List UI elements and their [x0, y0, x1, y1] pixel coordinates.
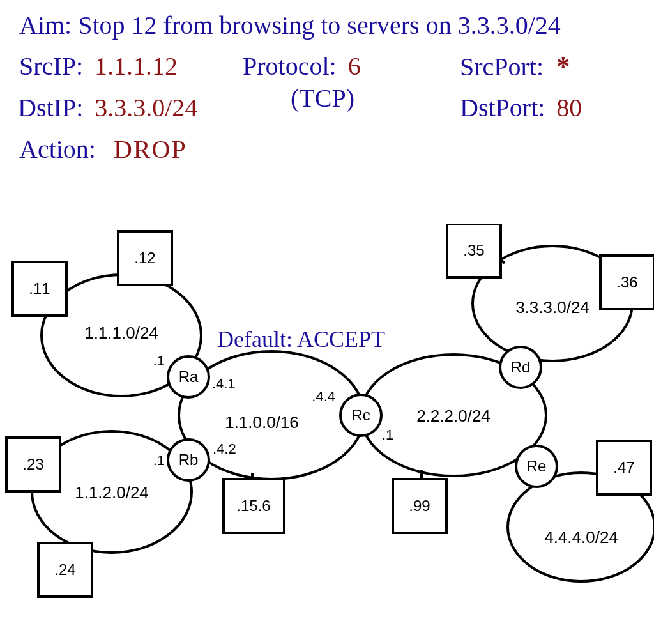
protocol-field: Protocol: 6: [243, 51, 361, 81]
dstip-value: 3.3.3.0/24: [95, 93, 197, 122]
host-36-label: .36: [616, 273, 637, 291]
subnet-core-label: 1.1.0.0/16: [225, 413, 299, 432]
iface-rb-left: .1: [153, 452, 165, 468]
dstport-label: DstPort:: [460, 93, 545, 122]
dstip-field: DstIP: 3.3.3.0/24: [18, 93, 197, 123]
srcport-value: *: [556, 52, 570, 81]
iface-ra-right: .4.1: [212, 376, 236, 392]
host-12-label: .12: [134, 249, 155, 266]
subnet-1-1-1-label: 1.1.1.0/24: [84, 323, 158, 342]
action-label: Action:: [19, 135, 96, 164]
srcport-field: SrcPort: *: [460, 51, 570, 82]
host-23-label: .23: [22, 456, 43, 473]
iface-rb-right: .4.2: [213, 441, 236, 457]
router-rb-label: Rb: [179, 451, 199, 468]
host-24-label: .24: [54, 561, 75, 578]
aim-label: Aim:: [19, 11, 72, 40]
iface-rc-right: .1: [382, 427, 393, 443]
host-47-label: .47: [613, 459, 634, 476]
subnet-2-2-2-label: 2.2.2.0/24: [416, 406, 490, 425]
host-11-label: .11: [29, 280, 50, 297]
aim-text: Stop 12 from browsing to servers on 3.3.…: [78, 11, 561, 40]
network-diagram: 1.1.1.0/24 1.1.2.0/24 1.1.0.0/16 2.2.2.0…: [0, 224, 654, 644]
srcip-value: 1.1.1.12: [95, 52, 178, 80]
srcport-label: SrcPort:: [460, 52, 544, 81]
srcip-label: SrcIP:: [19, 52, 83, 80]
subnet-1-1-2-label: 1.1.2.0/24: [75, 483, 149, 502]
iface-rc-left: .4.4: [312, 388, 335, 404]
dstport-value: 80: [556, 93, 582, 122]
host-156-label: .15.6: [236, 497, 270, 514]
subnet-4-4-4-label: 4.4.4.0/24: [544, 528, 618, 547]
router-rc-label: Rc: [351, 406, 370, 424]
canvas: Aim: Stop 12 from browsing to servers on…: [0, 0, 654, 644]
aim-line: Aim: Stop 12 from browsing to servers on…: [19, 10, 561, 40]
dstip-label: DstIP:: [18, 93, 83, 122]
router-re-label: Re: [527, 457, 547, 475]
action-field: Action: DROP: [19, 134, 187, 164]
router-ra-label: Ra: [179, 368, 199, 385]
protocol-label: Protocol:: [243, 52, 337, 80]
host-99-label: .99: [409, 497, 430, 514]
srcip-field: SrcIP: 1.1.1.12: [19, 51, 178, 81]
host-35-label: .35: [463, 241, 484, 259]
iface-ra-left: .1: [153, 353, 165, 369]
subnet-3-3-3-label: 3.3.3.0/24: [515, 298, 589, 317]
router-rd-label: Rd: [511, 358, 531, 376]
protocol-value: 6: [348, 52, 361, 80]
dstport-field: DstPort: 80: [460, 93, 582, 123]
protocol-note: (TCP): [291, 83, 354, 113]
action-value: DROP: [114, 135, 187, 164]
